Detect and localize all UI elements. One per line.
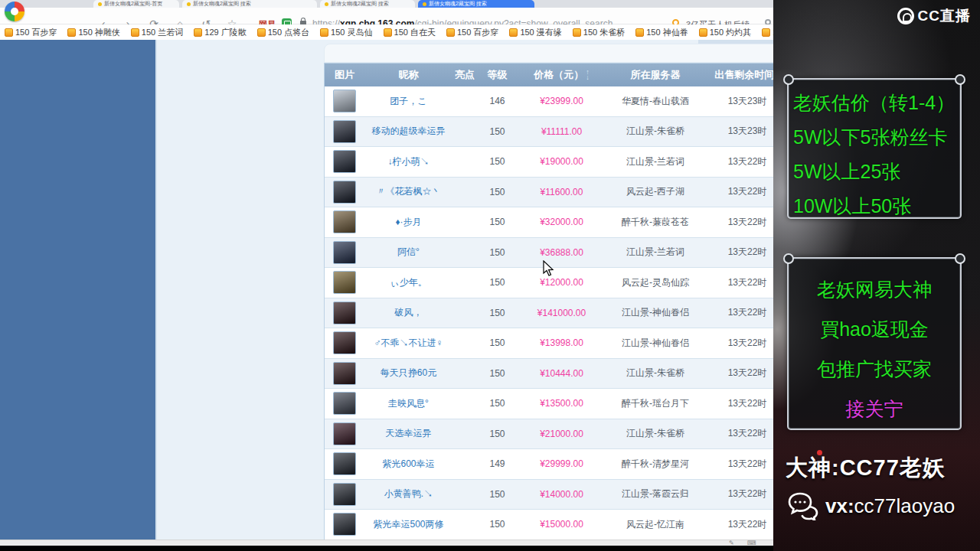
bookmark-label: 150 点将台 [268,27,309,38]
tab-favicon-icon [423,2,426,6]
cell-time: 13天23时 [705,86,773,116]
bookmark-favicon-icon [699,28,707,37]
letterbox-bar [0,546,773,551]
bookmark-item[interactable]: 150 百步穿 [446,27,498,38]
cell-spot [452,298,477,328]
bookmark-item[interactable]: 150 神雕侠 [67,27,119,38]
character-name-link[interactable]: ↓柠小萌↘ [364,147,452,177]
cell-spot [452,449,477,479]
bookmark-label: 150 百步穿 [457,27,498,38]
cell-spot [452,389,477,419]
cell-price: ¥141000.00 [518,298,606,328]
bookmark-item[interactable]: 150 百步穿 [5,27,57,38]
cell-spot [452,268,477,298]
character-avatar[interactable] [333,241,356,264]
table-row: ↓柠小萌↘150¥19000.00江山景-兰若词13天22时购买 [325,147,773,178]
cell-time: 13天22时 [705,207,773,237]
cell-price: ¥12000.00 [518,268,606,298]
character-name-link[interactable]: 破风， [364,298,452,328]
cell-spot [452,238,477,268]
overlay-text-line: 老妖网易大神 [789,269,960,309]
bookmark-item[interactable]: 150 自在天 [384,27,436,38]
character-avatar[interactable] [333,452,356,475]
character-avatar[interactable] [333,483,356,506]
bookmark-favicon-icon [762,28,770,37]
character-name-link[interactable]: 小黄善鸭.↘ [364,480,452,510]
character-avatar[interactable] [333,181,356,204]
cell-img [325,510,364,540]
cell-price: ¥11600.00 [518,178,606,207]
bookmark-item[interactable]: 150 神仙眷 [635,27,688,38]
character-avatar[interactable] [333,210,356,233]
character-name-link[interactable]: 天选幸运异 [364,419,452,449]
character-avatar[interactable] [333,302,356,324]
tab-strip: 新倩女幽魂2藏宝阁-首页新倩女幽魂2藏宝阁 搜索新倩女幽魂2藏宝阁 搜索新倩女幽… [0,0,773,8]
character-avatar[interactable] [333,331,356,354]
overlay-accent-line: 接关宁 [789,389,960,429]
bookmark-item[interactable]: 150 兰若词 [131,27,183,38]
cell-spot [452,419,477,449]
character-name-link[interactable]: 紫光600幸运 [364,449,452,479]
tab-label: 新倩女幽魂2藏宝阁 搜索 [429,0,487,8]
cell-img [325,328,364,358]
cell-server: 华夏情-春山载酒 [606,86,705,116]
character-avatar[interactable] [333,392,356,415]
cell-time: 13天22时 [705,359,773,389]
cell-server: 江山景-朱雀桥 [606,359,705,389]
bookmark-item[interactable]: 150 灼灼其 [699,27,751,38]
character-avatar[interactable] [333,120,356,143]
table-row: 小黄善鸭.↘150¥14000.00江山景-落霞云归13天22时购买 [325,480,773,510]
column-header: 亮点 [452,64,477,86]
browser-logo-icon[interactable] [5,2,24,21]
cell-level: 150 [477,298,518,328]
browser-tab[interactable]: 新倩女幽魂2藏宝阁 搜索 [320,0,415,8]
character-name-link[interactable]: 圭映风息° [364,389,452,419]
cell-time: 13天22时 [705,238,773,268]
content-top-strip [324,44,773,63]
cell-level: 150 [477,480,518,510]
bookmark-favicon-icon [5,28,13,37]
sortable-column-header[interactable]: 价格（元）↑↓ [518,64,606,86]
character-avatar[interactable] [333,150,356,173]
character-avatar[interactable] [333,422,356,445]
bookmark-favicon-icon [635,28,644,37]
bookmark-item[interactable]: 150 朱雀桥 [573,27,625,38]
table-row: 每天只挣60元150¥10444.00江山景-朱雀桥13天22时购买 [325,359,773,390]
bookmarks-bar: 150 百步穿150 神雕侠150 兰若词129 广陵散150 点将台150 灵… [0,24,773,40]
cell-time: 13天22时 [705,298,773,328]
sortable-column-header[interactable]: 出售剩余时间↑↓ [705,64,773,86]
cell-time: 13天23时 [705,117,773,147]
cell-img [325,480,364,510]
character-avatar[interactable] [333,90,356,112]
character-avatar[interactable] [333,362,356,385]
character-name-link[interactable]: 团子，こ [364,86,452,116]
character-name-link[interactable]: 〃《花若枫☆丶 [364,178,452,207]
browser-tab[interactable]: 新倩女幽魂2藏宝阁 搜索 [182,0,317,8]
sort-arrows-icon[interactable]: ↑↓ [586,70,590,80]
character-name-link[interactable]: ♂不乖↘不让进♀ [364,328,452,358]
cell-img [325,147,364,177]
bookmark-item[interactable]: 129 广陵散 [194,27,246,38]
character-name-link[interactable]: ♦·步月 [364,207,452,237]
character-name-link[interactable]: 每天只挣60元 [364,359,452,389]
cell-level: 150 [477,238,518,268]
character-name-link[interactable]: 移动的超级幸运异 [364,117,452,147]
bookmark-item[interactable]: 150 漫有缘 [762,27,773,38]
cell-server: 江山景-朱雀桥 [606,419,705,449]
cell-price: ¥10444.00 [518,359,606,389]
bookmark-label: 150 灵岛仙 [331,27,372,38]
bookmark-item[interactable]: 150 点将台 [257,27,309,38]
cell-server: 江山景-神仙眷侣 [606,298,705,328]
tab-favicon-icon [98,2,102,6]
cell-level: 150 [477,178,518,207]
character-name-link[interactable]: 紫光幸运500两修 [364,510,452,540]
character-avatar[interactable] [333,513,356,536]
bookmark-item[interactable]: 150 漫有缘 [509,27,561,38]
character-name-link[interactable]: ぃ少年。 [364,268,452,298]
character-avatar[interactable] [333,271,356,294]
cell-level: 150 [477,389,518,419]
browser-tab[interactable]: 新倩女幽魂2藏宝阁-首页 [93,0,179,8]
browser-tab[interactable]: 新倩女幽魂2藏宝阁 搜索 [418,0,534,8]
bookmark-item[interactable]: 150 灵岛仙 [320,27,372,38]
character-name-link[interactable]: 阿信° [364,238,452,268]
